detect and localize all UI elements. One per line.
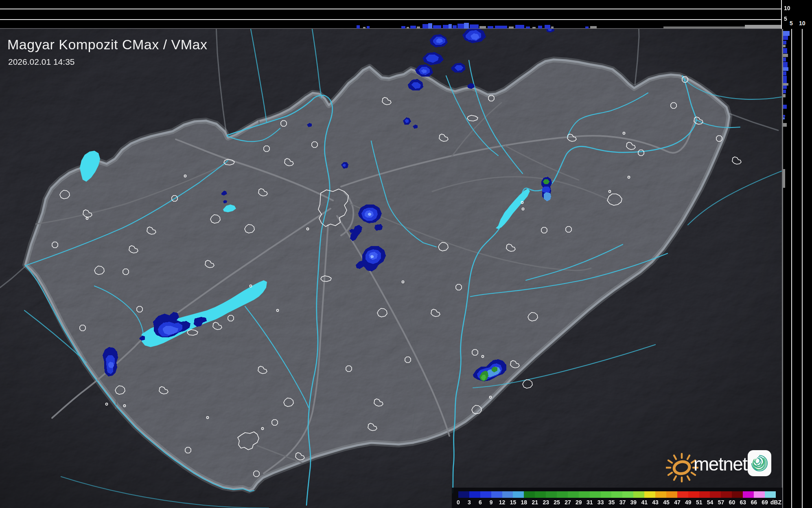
legend-color-segment xyxy=(557,491,568,498)
logo-text: metnet xyxy=(694,453,747,475)
echo-projection-mark xyxy=(509,26,514,29)
legend-value-label: 25 xyxy=(554,499,560,506)
legend-unit-label: dBZ xyxy=(770,499,781,506)
echo-projection-mark xyxy=(783,57,786,62)
echo-projection-mark xyxy=(357,25,360,29)
vertical-projection-top-panel xyxy=(0,0,782,29)
legend-value-label: 41 xyxy=(641,499,648,506)
legend-color-segment xyxy=(721,491,732,498)
legend-value-label: 49 xyxy=(685,499,692,506)
legend-value-label: 60 xyxy=(729,499,735,506)
echo-projection-mark xyxy=(663,26,745,29)
echo-projection-mark xyxy=(363,27,366,29)
panel-divider-line xyxy=(781,0,782,29)
legend-color-segment xyxy=(469,491,480,498)
right-axis-label-5: 5 xyxy=(790,20,793,26)
echo-projection-mark xyxy=(783,71,786,75)
legend-color-segment xyxy=(513,491,524,498)
echo-projection-mark xyxy=(783,54,788,57)
legend-color-segment xyxy=(502,491,513,498)
echo-projection-mark xyxy=(526,26,530,29)
echo-projection-mark xyxy=(428,23,432,29)
metnet-logo: metnet xyxy=(666,445,780,486)
echo-projection-mark xyxy=(479,26,486,29)
hungary-radar-map xyxy=(0,0,812,508)
echo-projection-mark xyxy=(470,24,479,29)
legend-color-segment xyxy=(535,491,546,498)
legend-color-segment xyxy=(732,491,743,498)
legend-value-label: 23 xyxy=(543,499,549,506)
right-panel-gridline-10km xyxy=(802,29,803,508)
echo-projection-mark xyxy=(417,26,420,29)
legend-color-segment xyxy=(491,491,502,498)
legend-value-label: 31 xyxy=(587,499,593,506)
legend-color-segment xyxy=(590,491,601,498)
echo-projection-mark xyxy=(551,26,554,29)
echo-projection-mark xyxy=(783,94,786,97)
legend-value-label: 15 xyxy=(510,499,517,506)
echo-projection-mark xyxy=(545,25,550,29)
echo-projection-mark xyxy=(783,117,785,119)
legend-color-segment xyxy=(568,491,579,498)
legend-value-label: 57 xyxy=(718,499,724,506)
right-axis-label-10: 10 xyxy=(799,20,805,26)
legend-color-segment xyxy=(666,491,677,498)
legend-color-segment xyxy=(546,491,557,498)
legend-value-label: 45 xyxy=(663,499,670,506)
right-panel-baseline xyxy=(782,29,783,508)
legend-color-segment xyxy=(754,491,765,498)
cyclone-app-icon xyxy=(747,450,773,478)
legend-value-label: 43 xyxy=(652,499,659,506)
legend-color-segment xyxy=(524,491,535,498)
legend-value-label: 63 xyxy=(740,499,746,506)
echo-projection-mark xyxy=(783,62,788,67)
echo-projection-mark xyxy=(410,26,416,29)
legend-value-label: 54 xyxy=(707,499,714,506)
echo-projection-mark xyxy=(464,23,469,29)
legend-value-label: 29 xyxy=(576,499,582,506)
echo-projection-mark xyxy=(401,26,405,29)
echo-projection-mark xyxy=(532,27,536,29)
legend-value-label: 69 xyxy=(762,499,768,506)
echo-projection-mark xyxy=(367,26,370,29)
echo-projection-mark xyxy=(783,67,788,71)
top-panel-gridline-5km xyxy=(0,19,782,20)
echo-projection-mark xyxy=(422,24,428,29)
legend-value-label: 18 xyxy=(521,499,527,506)
echo-projection-mark xyxy=(783,83,788,86)
dbz-color-legend: 0369121518212325272931333537394143454749… xyxy=(452,488,782,508)
echo-projection-mark xyxy=(433,25,441,29)
echo-projection-mark xyxy=(783,45,786,47)
legend-value-label: 21 xyxy=(532,499,538,506)
echo-projection-mark xyxy=(783,41,786,44)
legend-color-segment xyxy=(765,491,776,498)
echo-projection-mark xyxy=(783,169,785,188)
legend-value-label: 12 xyxy=(499,499,506,506)
vertical-projection-right-panel: 5 10 xyxy=(782,0,812,508)
legend-color-segment xyxy=(710,491,721,498)
echo-projection-mark xyxy=(407,27,409,29)
top-axis-label-10: 10 xyxy=(784,5,790,11)
page-title: Magyar Kompozit CMax / VMax xyxy=(7,37,208,53)
legend-color-segment xyxy=(622,491,633,498)
echo-projection-mark xyxy=(538,26,542,29)
legend-value-label: 35 xyxy=(608,499,615,506)
legend-value-label: 37 xyxy=(619,499,626,506)
legend-color-segment xyxy=(644,491,655,498)
legend-color-segment xyxy=(743,491,754,498)
legend-value-label: 27 xyxy=(565,499,571,506)
radar-composite-image: { "header": { "title": "Magyar Kompozit … xyxy=(0,0,812,508)
echo-projection-mark xyxy=(783,31,790,36)
echo-projection-mark xyxy=(783,90,786,93)
legend-color-segment xyxy=(480,491,491,498)
legend-value-label: 47 xyxy=(674,499,681,506)
echo-projection-mark xyxy=(449,24,452,29)
echo-projection-mark xyxy=(495,26,507,29)
echo-projection-mark xyxy=(783,115,785,117)
legend-color-bar xyxy=(458,491,776,498)
top-axis-label-5: 5 xyxy=(784,16,787,22)
legend-color-segment xyxy=(699,491,710,498)
echo-projection-mark xyxy=(783,76,787,89)
legend-value-label: 3 xyxy=(468,499,471,506)
echo-projection-mark xyxy=(783,36,788,40)
